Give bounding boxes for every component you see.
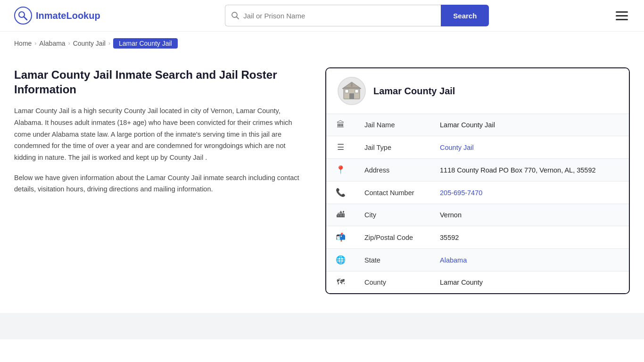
breadcrumb-alabama[interactable]: Alabama — [39, 40, 65, 47]
info-value: 1118 County Road PO Box 770, Vernon, AL,… — [430, 159, 629, 181]
info-value: Vernon — [430, 204, 629, 226]
zip-icon: 📬 — [326, 226, 355, 249]
search-bar: Search — [225, 5, 489, 26]
breadcrumb-home[interactable]: Home — [14, 40, 32, 47]
jail-icon: 🏛 — [326, 114, 355, 136]
table-row: 🏛Jail NameLamar County Jail — [326, 114, 629, 136]
info-value-link[interactable]: County Jail — [440, 144, 474, 151]
site-header: InmateLookup Search — [0, 0, 644, 32]
breadcrumb-active: Lamar County Jail — [113, 38, 178, 49]
panel-title: Lamar County Jail — [373, 86, 455, 97]
info-value: 35592 — [430, 226, 629, 249]
info-label: Contact Number — [355, 181, 430, 204]
table-row: 🗺CountyLamar County — [326, 272, 629, 294]
table-row: 🏙CityVernon — [326, 204, 629, 226]
left-column: Lamar County Jail Inmate Search and Jail… — [14, 67, 306, 195]
hamburger-menu[interactable] — [614, 9, 630, 22]
svg-rect-7 — [349, 93, 354, 99]
info-label: City — [355, 204, 430, 226]
state-icon: 🌐 — [326, 249, 355, 272]
info-label: Address — [355, 159, 430, 181]
svg-point-0 — [15, 7, 32, 24]
info-label: State — [355, 249, 430, 272]
address-icon: 📍 — [326, 159, 355, 181]
info-value-link[interactable]: 205-695-7470 — [440, 189, 482, 197]
info-value: Lamar County — [430, 272, 629, 294]
table-row: 📍Address1118 County Road PO Box 770, Ver… — [326, 159, 629, 181]
panel-header: Lamar County Jail — [326, 68, 629, 114]
hamburger-line1 — [616, 11, 628, 13]
main-content: Lamar County Jail Inmate Search and Jail… — [0, 53, 644, 313]
logo-link[interactable]: InmateLookup — [14, 7, 100, 25]
info-value[interactable]: County Jail — [430, 136, 629, 159]
breadcrumb: Home › Alabama › County Jail › Lamar Cou… — [0, 32, 644, 53]
breadcrumb-county-jail[interactable]: County Jail — [73, 40, 106, 47]
table-row: 📬Zip/Postal Code35592 — [326, 226, 629, 249]
chevron-icon-1: › — [34, 40, 36, 47]
page-description: Lamar County Jail is a high security Cou… — [14, 105, 306, 163]
city-icon: 🏙 — [326, 204, 355, 226]
table-row: 🌐StateAlabama — [326, 249, 629, 272]
hamburger-line2 — [616, 15, 628, 16]
svg-line-4 — [237, 17, 239, 19]
info-label: County — [355, 272, 430, 294]
search-input-wrap — [225, 5, 441, 26]
info-label: Zip/Postal Code — [355, 226, 430, 249]
chevron-icon-3: › — [108, 40, 110, 47]
table-row: ☰Jail TypeCounty Jail — [326, 136, 629, 159]
jail-info-panel: Lamar County Jail 🏛Jail NameLamar County… — [325, 67, 630, 294]
table-row: 📞Contact Number205-695-7470 — [326, 181, 629, 204]
info-value[interactable]: Alabama — [430, 249, 629, 272]
phone-icon: 📞 — [326, 181, 355, 204]
page-sub-description: Below we have given information about th… — [14, 172, 306, 195]
footer-stripe — [0, 313, 644, 339]
type-icon: ☰ — [326, 136, 355, 159]
chevron-icon-2: › — [68, 40, 70, 47]
svg-rect-11 — [351, 83, 353, 87]
page-title: Lamar County Jail Inmate Search and Jail… — [14, 67, 306, 97]
info-table: 🏛Jail NameLamar County Jail☰Jail TypeCou… — [326, 114, 629, 293]
search-icon — [231, 11, 239, 20]
info-label: Jail Type — [355, 136, 430, 159]
search-input[interactable] — [243, 12, 435, 20]
info-label: Jail Name — [355, 114, 430, 136]
hamburger-line3 — [616, 19, 628, 20]
jail-logo — [338, 77, 366, 105]
info-value-link[interactable]: Alabama — [440, 256, 467, 264]
svg-rect-8 — [345, 90, 348, 93]
svg-rect-9 — [355, 90, 358, 93]
search-button[interactable]: Search — [441, 5, 489, 26]
info-value[interactable]: 205-695-7470 — [430, 181, 629, 204]
building-icon — [340, 79, 363, 103]
county-icon: 🗺 — [326, 272, 355, 294]
info-value: Lamar County Jail — [430, 114, 629, 136]
logo-text: InmateLookup — [36, 10, 100, 21]
logo-icon — [14, 7, 32, 25]
